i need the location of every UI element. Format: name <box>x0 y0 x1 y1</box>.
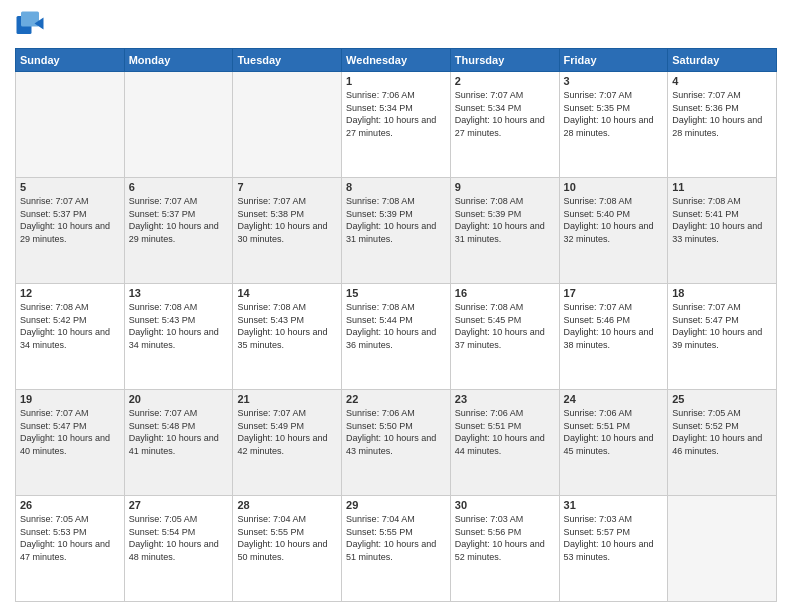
sunrise-label: Sunrise: 7:08 AM <box>346 196 415 206</box>
calendar-cell: 1 Sunrise: 7:06 AM Sunset: 5:34 PM Dayli… <box>342 72 451 178</box>
calendar-cell <box>233 72 342 178</box>
day-number: 31 <box>564 499 664 511</box>
calendar-week-row: 26 Sunrise: 7:05 AM Sunset: 5:53 PM Dayl… <box>16 496 777 602</box>
day-detail: Sunrise: 7:06 AM Sunset: 5:50 PM Dayligh… <box>346 407 446 457</box>
day-number: 5 <box>20 181 120 193</box>
day-number: 28 <box>237 499 337 511</box>
daylight-label: Daylight: 10 hours and 43 minutes. <box>346 433 436 456</box>
sunset-label: Sunset: 5:54 PM <box>129 527 196 537</box>
header <box>15 10 777 40</box>
sunrise-label: Sunrise: 7:08 AM <box>455 196 524 206</box>
sunset-label: Sunset: 5:55 PM <box>237 527 304 537</box>
day-number: 1 <box>346 75 446 87</box>
sunset-label: Sunset: 5:47 PM <box>672 315 739 325</box>
logo <box>15 10 49 40</box>
daylight-label: Daylight: 10 hours and 47 minutes. <box>20 539 110 562</box>
weekday-header-thursday: Thursday <box>450 49 559 72</box>
sunset-label: Sunset: 5:50 PM <box>346 421 413 431</box>
daylight-label: Daylight: 10 hours and 34 minutes. <box>20 327 110 350</box>
weekday-header-saturday: Saturday <box>668 49 777 72</box>
daylight-label: Daylight: 10 hours and 33 minutes. <box>672 221 762 244</box>
day-detail: Sunrise: 7:04 AM Sunset: 5:55 PM Dayligh… <box>237 513 337 563</box>
day-number: 20 <box>129 393 229 405</box>
sunrise-label: Sunrise: 7:08 AM <box>455 302 524 312</box>
sunrise-label: Sunrise: 7:06 AM <box>455 408 524 418</box>
day-number: 12 <box>20 287 120 299</box>
day-number: 4 <box>672 75 772 87</box>
daylight-label: Daylight: 10 hours and 31 minutes. <box>346 221 436 244</box>
weekday-header-friday: Friday <box>559 49 668 72</box>
day-detail: Sunrise: 7:07 AM Sunset: 5:38 PM Dayligh… <box>237 195 337 245</box>
day-detail: Sunrise: 7:03 AM Sunset: 5:56 PM Dayligh… <box>455 513 555 563</box>
sunrise-label: Sunrise: 7:07 AM <box>237 408 306 418</box>
sunrise-label: Sunrise: 7:08 AM <box>346 302 415 312</box>
day-number: 8 <box>346 181 446 193</box>
daylight-label: Daylight: 10 hours and 46 minutes. <box>672 433 762 456</box>
calendar-cell: 12 Sunrise: 7:08 AM Sunset: 5:42 PM Dayl… <box>16 284 125 390</box>
calendar-header-row: SundayMondayTuesdayWednesdayThursdayFrid… <box>16 49 777 72</box>
sunrise-label: Sunrise: 7:07 AM <box>129 196 198 206</box>
calendar-cell: 21 Sunrise: 7:07 AM Sunset: 5:49 PM Dayl… <box>233 390 342 496</box>
daylight-label: Daylight: 10 hours and 41 minutes. <box>129 433 219 456</box>
calendar-cell: 3 Sunrise: 7:07 AM Sunset: 5:35 PM Dayli… <box>559 72 668 178</box>
weekday-header-tuesday: Tuesday <box>233 49 342 72</box>
sunrise-label: Sunrise: 7:07 AM <box>20 408 89 418</box>
calendar-cell: 8 Sunrise: 7:08 AM Sunset: 5:39 PM Dayli… <box>342 178 451 284</box>
sunrise-label: Sunrise: 7:08 AM <box>20 302 89 312</box>
calendar-table: SundayMondayTuesdayWednesdayThursdayFrid… <box>15 48 777 602</box>
daylight-label: Daylight: 10 hours and 28 minutes. <box>564 115 654 138</box>
day-detail: Sunrise: 7:04 AM Sunset: 5:55 PM Dayligh… <box>346 513 446 563</box>
day-number: 6 <box>129 181 229 193</box>
daylight-label: Daylight: 10 hours and 37 minutes. <box>455 327 545 350</box>
daylight-label: Daylight: 10 hours and 28 minutes. <box>672 115 762 138</box>
sunrise-label: Sunrise: 7:06 AM <box>564 408 633 418</box>
sunrise-label: Sunrise: 7:07 AM <box>564 302 633 312</box>
sunset-label: Sunset: 5:51 PM <box>564 421 631 431</box>
calendar-cell: 27 Sunrise: 7:05 AM Sunset: 5:54 PM Dayl… <box>124 496 233 602</box>
sunrise-label: Sunrise: 7:04 AM <box>237 514 306 524</box>
sunset-label: Sunset: 5:43 PM <box>129 315 196 325</box>
sunrise-label: Sunrise: 7:08 AM <box>564 196 633 206</box>
sunrise-label: Sunrise: 7:07 AM <box>455 90 524 100</box>
daylight-label: Daylight: 10 hours and 39 minutes. <box>672 327 762 350</box>
sunset-label: Sunset: 5:52 PM <box>672 421 739 431</box>
calendar-cell: 28 Sunrise: 7:04 AM Sunset: 5:55 PM Dayl… <box>233 496 342 602</box>
sunset-label: Sunset: 5:38 PM <box>237 209 304 219</box>
day-detail: Sunrise: 7:07 AM Sunset: 5:46 PM Dayligh… <box>564 301 664 351</box>
day-number: 16 <box>455 287 555 299</box>
sunset-label: Sunset: 5:55 PM <box>346 527 413 537</box>
day-detail: Sunrise: 7:07 AM Sunset: 5:49 PM Dayligh… <box>237 407 337 457</box>
daylight-label: Daylight: 10 hours and 51 minutes. <box>346 539 436 562</box>
sunset-label: Sunset: 5:48 PM <box>129 421 196 431</box>
day-detail: Sunrise: 7:05 AM Sunset: 5:53 PM Dayligh… <box>20 513 120 563</box>
day-detail: Sunrise: 7:07 AM Sunset: 5:47 PM Dayligh… <box>672 301 772 351</box>
sunrise-label: Sunrise: 7:08 AM <box>129 302 198 312</box>
sunrise-label: Sunrise: 7:07 AM <box>672 302 741 312</box>
calendar-cell: 31 Sunrise: 7:03 AM Sunset: 5:57 PM Dayl… <box>559 496 668 602</box>
calendar-cell: 29 Sunrise: 7:04 AM Sunset: 5:55 PM Dayl… <box>342 496 451 602</box>
calendar-week-row: 12 Sunrise: 7:08 AM Sunset: 5:42 PM Dayl… <box>16 284 777 390</box>
day-number: 17 <box>564 287 664 299</box>
sunrise-label: Sunrise: 7:08 AM <box>672 196 741 206</box>
sunset-label: Sunset: 5:53 PM <box>20 527 87 537</box>
day-detail: Sunrise: 7:03 AM Sunset: 5:57 PM Dayligh… <box>564 513 664 563</box>
sunset-label: Sunset: 5:34 PM <box>346 103 413 113</box>
sunset-label: Sunset: 5:47 PM <box>20 421 87 431</box>
sunrise-label: Sunrise: 7:07 AM <box>564 90 633 100</box>
daylight-label: Daylight: 10 hours and 38 minutes. <box>564 327 654 350</box>
calendar-cell: 20 Sunrise: 7:07 AM Sunset: 5:48 PM Dayl… <box>124 390 233 496</box>
calendar-cell: 14 Sunrise: 7:08 AM Sunset: 5:43 PM Dayl… <box>233 284 342 390</box>
sunset-label: Sunset: 5:42 PM <box>20 315 87 325</box>
calendar-cell: 5 Sunrise: 7:07 AM Sunset: 5:37 PM Dayli… <box>16 178 125 284</box>
sunset-label: Sunset: 5:37 PM <box>129 209 196 219</box>
sunrise-label: Sunrise: 7:03 AM <box>564 514 633 524</box>
daylight-label: Daylight: 10 hours and 48 minutes. <box>129 539 219 562</box>
sunset-label: Sunset: 5:40 PM <box>564 209 631 219</box>
sunset-label: Sunset: 5:56 PM <box>455 527 522 537</box>
day-number: 7 <box>237 181 337 193</box>
day-number: 3 <box>564 75 664 87</box>
daylight-label: Daylight: 10 hours and 31 minutes. <box>455 221 545 244</box>
day-number: 15 <box>346 287 446 299</box>
calendar-week-row: 1 Sunrise: 7:06 AM Sunset: 5:34 PM Dayli… <box>16 72 777 178</box>
sunset-label: Sunset: 5:36 PM <box>672 103 739 113</box>
